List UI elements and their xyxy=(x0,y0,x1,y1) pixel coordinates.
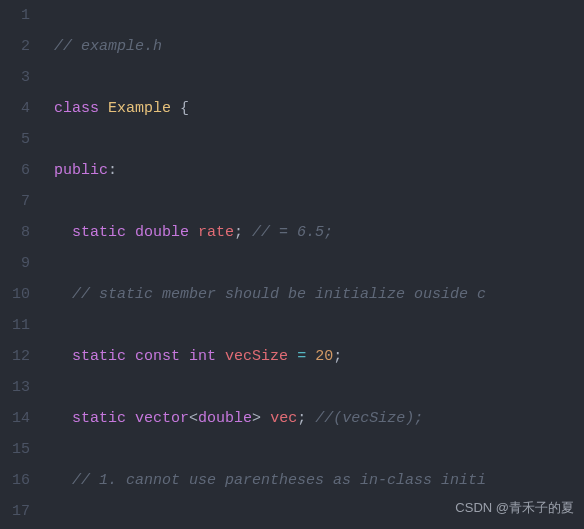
keyword-token: public xyxy=(54,162,108,179)
comment-token: // 1. cannot use parentheses as in-class… xyxy=(72,472,486,489)
comment-token: // static member should be initialize ou… xyxy=(72,286,486,303)
line-number: 7 xyxy=(0,186,30,217)
line-number: 17 xyxy=(0,496,30,527)
code-line: public: xyxy=(54,155,584,186)
line-number: 2 xyxy=(0,31,30,62)
code-line: // static member should be initialize ou… xyxy=(54,279,584,310)
type-token: vector xyxy=(135,410,189,427)
comment-token: //(vecSize); xyxy=(315,410,423,427)
line-number-gutter: 1 2 3 4 5 6 7 8 9 10 11 12 13 14 15 16 1… xyxy=(0,0,40,529)
line-number: 6 xyxy=(0,155,30,186)
comment-token: // = 6.5; xyxy=(252,224,333,241)
line-number: 1 xyxy=(0,0,30,31)
code-line: // example.h xyxy=(54,31,584,62)
identifier-token: vecSize xyxy=(225,348,288,365)
keyword-token: static xyxy=(72,410,126,427)
watermark-text: CSDN @青禾子的夏 xyxy=(455,492,574,523)
keyword-token: static xyxy=(72,224,126,241)
code-line: static vector<double> vec; //(vecSize); xyxy=(54,403,584,434)
keyword-token: static xyxy=(72,348,126,365)
operator-token: = xyxy=(297,348,306,365)
line-number: 12 xyxy=(0,341,30,372)
keyword-token: const xyxy=(135,348,180,365)
class-token: Example xyxy=(108,100,171,117)
type-token: int xyxy=(189,348,216,365)
code-line: class Example { xyxy=(54,93,584,124)
line-number: 10 xyxy=(0,279,30,310)
identifier-token: vec xyxy=(270,410,297,427)
keyword-token: class xyxy=(54,100,99,117)
code-line: static double rate; // = 6.5; xyxy=(54,217,584,248)
identifier-token: rate xyxy=(198,224,234,241)
line-number: 14 xyxy=(0,403,30,434)
line-number: 8 xyxy=(0,217,30,248)
code-area[interactable]: // example.h class Example { public: sta… xyxy=(40,0,584,529)
code-line: static const int vecSize = 20; xyxy=(54,341,584,372)
line-number: 9 xyxy=(0,248,30,279)
brace-token: { xyxy=(180,100,189,117)
code-editor: 1 2 3 4 5 6 7 8 9 10 11 12 13 14 15 16 1… xyxy=(0,0,584,529)
line-number: 11 xyxy=(0,310,30,341)
line-number: 3 xyxy=(0,62,30,93)
number-token: 20 xyxy=(315,348,333,365)
line-number: 4 xyxy=(0,93,30,124)
line-number: 5 xyxy=(0,124,30,155)
type-token: double xyxy=(198,410,252,427)
comment-token: // example.h xyxy=(54,38,162,55)
line-number: 13 xyxy=(0,372,30,403)
type-token: double xyxy=(135,224,189,241)
line-number: 16 xyxy=(0,465,30,496)
line-number: 15 xyxy=(0,434,30,465)
